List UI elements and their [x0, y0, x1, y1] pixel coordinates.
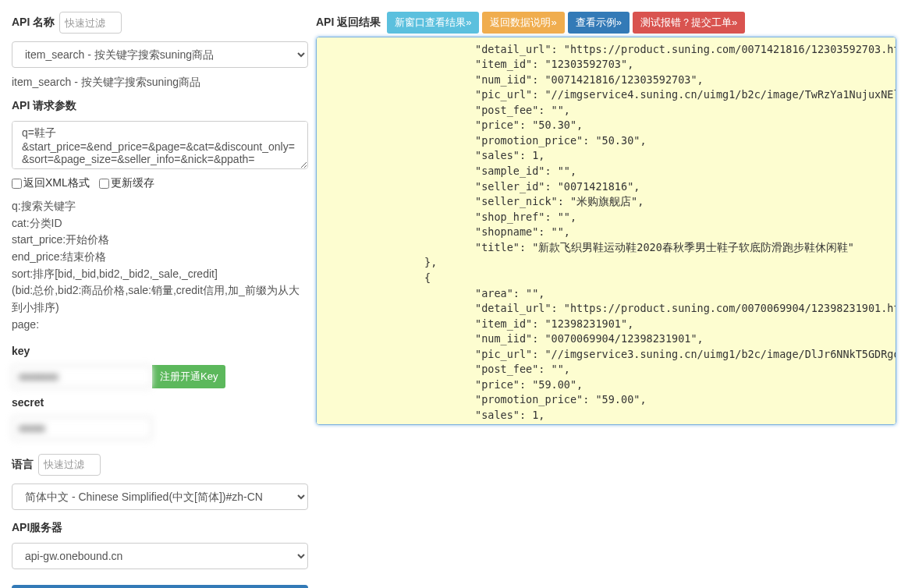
chk-cache-label[interactable]: 更新缓存	[99, 176, 154, 190]
param-desc-line: end_price:结束价格	[12, 249, 308, 266]
left-panel: API 名称 item_search - 按关键字搜索suning商品 item…	[12, 12, 308, 588]
chk-xml-text: 返回XML格式	[23, 176, 90, 190]
register-key-button[interactable]: 注册开通Key	[152, 365, 225, 388]
new-window-button[interactable]: 新窗口查看结果»	[387, 12, 479, 34]
chk-cache-text: 更新缓存	[111, 176, 154, 190]
chk-cache[interactable]	[99, 179, 109, 189]
lang-filter-input[interactable]	[38, 454, 101, 476]
server-label: API服务器	[12, 521, 62, 533]
key-input-row: 注册开通Key	[12, 365, 308, 388]
result-title: API 返回结果	[316, 16, 381, 30]
key-input[interactable]	[12, 365, 152, 388]
lang-select[interactable]: 简体中文 - Chinese Simplified(中文[简体])#zh-CN	[12, 484, 308, 510]
lang-select-row: 简体中文 - Chinese Simplified(中文[简体])#zh-CN	[12, 484, 308, 510]
server-row: API服务器	[12, 521, 308, 535]
lang-label: 语言	[12, 458, 34, 472]
result-json: "detail_url": "https://product.suning.co…	[323, 42, 889, 423]
secret-row: secret	[12, 396, 308, 409]
req-params-label-row: API 请求参数	[12, 99, 308, 113]
secret-input-row	[12, 416, 308, 440]
secret-input[interactable]	[12, 416, 152, 440]
param-desc: q:搜索关键字 cat:分类ID start_price:开始价格 end_pr…	[12, 198, 308, 334]
param-desc-line: (bid:总价,bid2:商品价格,sale:销量,credit信用,加_前缀为…	[12, 282, 308, 316]
api-name-label: API 名称	[12, 16, 55, 30]
api-select-row: item_search - 按关键字搜索suning商品	[12, 41, 308, 68]
chk-xml-label[interactable]: 返回XML格式	[12, 176, 90, 190]
result-box[interactable]: "detail_url": "https://product.suning.co…	[316, 37, 896, 425]
req-params-label: API 请求参数	[12, 99, 76, 112]
result-header: API 返回结果 新窗口查看结果» 返回数据说明» 查看示例» 测试报错？提交工…	[316, 12, 896, 34]
key-label: key	[12, 345, 30, 357]
param-desc-line: page:	[12, 317, 308, 334]
api-name-row: API 名称	[12, 12, 308, 34]
checkbox-row: 返回XML格式 更新缓存	[12, 176, 308, 190]
chk-xml[interactable]	[12, 179, 22, 189]
api-select[interactable]: item_search - 按关键字搜索suning商品	[12, 41, 308, 68]
server-select[interactable]: api-gw.onebound.cn	[12, 543, 308, 569]
param-desc-line: q:搜索关键字	[12, 198, 308, 215]
test-button[interactable]: 测试	[12, 585, 308, 589]
bug-report-button[interactable]: 测试报错？提交工单»	[633, 12, 745, 34]
right-panel: API 返回结果 新窗口查看结果» 返回数据说明» 查看示例» 测试报错？提交工…	[316, 12, 896, 588]
data-desc-button[interactable]: 返回数据说明»	[482, 12, 564, 34]
lang-row: 语言	[12, 454, 308, 476]
key-row: key	[12, 345, 308, 357]
param-desc-line: cat:分类ID	[12, 215, 308, 232]
server-select-row: api-gw.onebound.cn	[12, 543, 308, 569]
secret-label: secret	[12, 396, 44, 409]
api-subtext: item_search - 按关键字搜索suning商品	[12, 76, 308, 90]
example-button[interactable]: 查看示例»	[568, 12, 630, 34]
param-desc-line: sort:排序[bid,_bid,bid2,_bid2,_sale,_credi…	[12, 266, 308, 283]
req-params-textarea[interactable]: q=鞋子&start_price=&end_price=&page=&cat=&…	[12, 121, 308, 169]
param-desc-line: start_price:开始价格	[12, 232, 308, 249]
api-name-filter-input[interactable]	[59, 12, 122, 34]
